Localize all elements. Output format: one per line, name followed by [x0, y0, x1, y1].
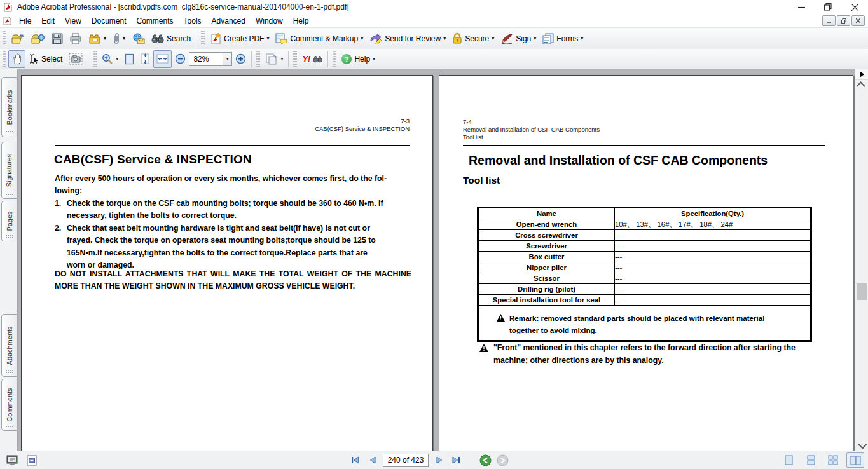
send-for-review-button[interactable]: Send for Review ▾	[366, 30, 449, 48]
sidebar-tab-bookmarks[interactable]: Bookmarks	[1, 77, 17, 137]
save-button[interactable]	[48, 30, 66, 48]
menu-help[interactable]: Help	[288, 15, 314, 27]
toolbar-grip[interactable]	[293, 51, 297, 67]
page-layout-icon	[265, 53, 278, 65]
next-page-button[interactable]	[432, 454, 446, 466]
pdf-page-left: 7-3 CAB(CSF) Service & INSPECTION CAB(CS…	[21, 75, 433, 451]
sign-button[interactable]: Sign ▾	[497, 30, 539, 48]
attach-button[interactable]: ▾	[109, 30, 128, 48]
restore-button[interactable]	[815, 0, 841, 14]
toolbar-grip[interactable]	[256, 51, 260, 67]
open-folder-icon	[11, 33, 25, 44]
continuous-facing-view-button[interactable]	[824, 452, 842, 468]
sidebar-tab-pages[interactable]: Pages	[1, 201, 17, 241]
secure-label: Secure	[465, 34, 489, 43]
dropdown-caret-icon: ▾	[492, 36, 494, 41]
help-button[interactable]: ? Help ▾	[338, 50, 378, 68]
forms-label: Forms	[556, 34, 578, 43]
zoom-tool-button[interactable]: ▾	[99, 50, 121, 68]
last-page-button[interactable]	[449, 454, 463, 466]
page-number-input[interactable]	[383, 454, 429, 467]
doc-close-button[interactable]	[851, 15, 865, 26]
forms-icon	[542, 33, 554, 44]
page-number: 7-4	[463, 118, 600, 126]
dropdown-caret-icon: ▾	[123, 36, 125, 41]
zoom-in-button[interactable]	[232, 50, 249, 68]
facing-view-button[interactable]	[846, 452, 864, 468]
expand-panel-button[interactable]	[855, 69, 868, 80]
menu-edit[interactable]: Edit	[36, 15, 60, 27]
create-pdf-button[interactable]: Create PDF ▾	[207, 30, 272, 48]
organizer-button[interactable]: ▾	[85, 30, 109, 48]
toolbar-grip[interactable]	[93, 51, 97, 67]
hand-tool-button[interactable]	[8, 50, 25, 68]
menu-window[interactable]: Window	[251, 15, 288, 27]
table-row: Open-end wrench 10#、 13#、 16#、 17#、 18#、…	[479, 219, 811, 230]
menu-file[interactable]: File	[14, 15, 36, 27]
scroll-down-button[interactable]	[855, 440, 868, 451]
scrollbar-thumb[interactable]	[857, 283, 867, 300]
zoom-combo-caret-button[interactable]: ▾	[223, 53, 231, 65]
toolbar-grip[interactable]	[333, 51, 336, 67]
continuous-facing-icon	[828, 455, 838, 465]
document-status-icon[interactable]	[27, 455, 37, 466]
scroll-up-button[interactable]	[855, 80, 868, 90]
forms-button[interactable]: Forms ▾	[539, 30, 586, 48]
menu-view[interactable]: View	[60, 15, 86, 27]
sidebar-tab-signatures[interactable]: Signatures	[1, 142, 17, 199]
print-icon	[69, 33, 82, 44]
page-display-button[interactable]: ▾	[262, 50, 286, 68]
open-web-page-button[interactable]	[28, 30, 48, 48]
sign-pen-icon	[500, 33, 513, 44]
page-header-title: CAB(CSF) Service & INSPECTION	[315, 125, 410, 133]
list-item-text: Check the torque on the CSF cab mounting…	[67, 198, 411, 222]
snapshot-tool-button[interactable]	[65, 50, 86, 68]
fit-page-button[interactable]	[121, 50, 137, 68]
yahoo-search-button[interactable]: Y!	[299, 50, 326, 68]
sidebar-tab-comments[interactable]: Comments	[1, 379, 17, 431]
toolbar-grip[interactable]	[3, 51, 6, 67]
zoom-out-icon	[175, 53, 186, 64]
previous-page-button[interactable]	[366, 454, 380, 466]
first-page-button[interactable]	[348, 454, 362, 466]
menu-comments[interactable]: Comments	[132, 15, 179, 27]
toolbar-grip[interactable]	[3, 31, 6, 46]
search-button-label: Search	[167, 34, 191, 43]
sidebar-tab-attachments[interactable]: Attachments	[1, 314, 17, 377]
dropdown-caret-icon: ▾	[280, 57, 283, 62]
search-button[interactable]: Search	[148, 30, 194, 48]
close-button[interactable]	[841, 0, 868, 14]
previous-view-button[interactable]	[478, 454, 492, 466]
front-note-text: "Front" mentioned in this chapter refers…	[493, 342, 796, 367]
select-tool-button[interactable]: Select	[25, 50, 65, 68]
toolbar-grip[interactable]	[201, 31, 205, 46]
page-layout-buttons	[780, 452, 864, 468]
sign-label: Sign	[516, 34, 531, 43]
lock-icon	[452, 32, 462, 44]
status-icons	[6, 455, 37, 466]
zoom-level-input[interactable]	[189, 53, 223, 65]
table-row: Cross screwdriver ---	[479, 230, 811, 241]
screen-mode-icon[interactable]	[6, 455, 19, 466]
menu-document[interactable]: Document	[86, 15, 132, 27]
next-view-icon	[497, 454, 509, 466]
continuous-view-button[interactable]	[802, 452, 820, 468]
secure-button[interactable]: Secure ▾	[449, 30, 497, 48]
send-for-review-label: Send for Review	[385, 34, 441, 43]
minimize-button[interactable]	[788, 0, 815, 14]
menu-tools[interactable]: Tools	[179, 15, 207, 27]
comment-markup-button[interactable]: Comment & Markup ▾	[272, 30, 366, 48]
header-rule	[463, 145, 825, 146]
fit-width-button[interactable]	[153, 50, 172, 68]
tab-grip	[6, 234, 13, 239]
next-view-button[interactable]	[495, 454, 509, 466]
print-button[interactable]	[66, 30, 85, 48]
doc-minimize-button[interactable]	[822, 15, 836, 26]
email-button[interactable]	[128, 30, 148, 48]
open-button[interactable]	[8, 30, 28, 48]
single-page-view-button[interactable]	[780, 452, 797, 468]
zoom-out-button[interactable]	[172, 50, 189, 68]
fit-height-button[interactable]	[137, 50, 153, 68]
menu-advanced[interactable]: Advanced	[207, 15, 251, 27]
doc-restore-button[interactable]	[837, 15, 850, 26]
